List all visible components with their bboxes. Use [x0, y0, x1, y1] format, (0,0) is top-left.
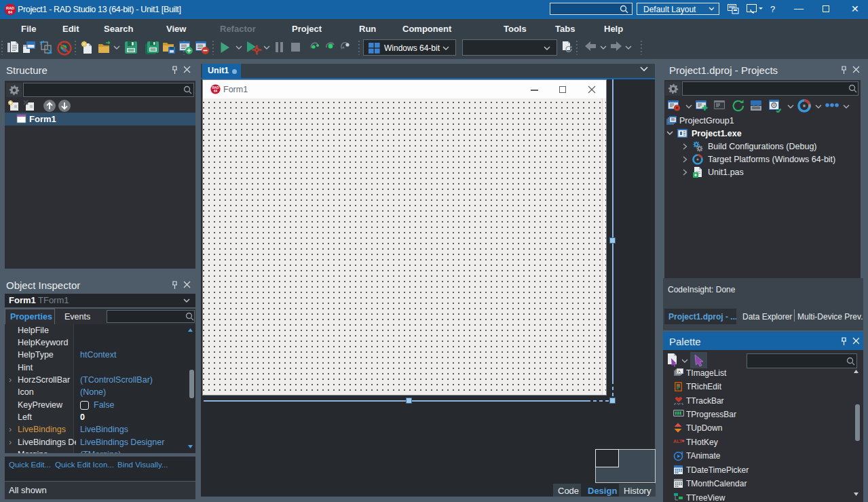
svg-text:64: 64 — [8, 10, 13, 14]
svg-text:ALT: ALT — [673, 438, 683, 444]
svg-text:64: 64 — [214, 90, 218, 93]
